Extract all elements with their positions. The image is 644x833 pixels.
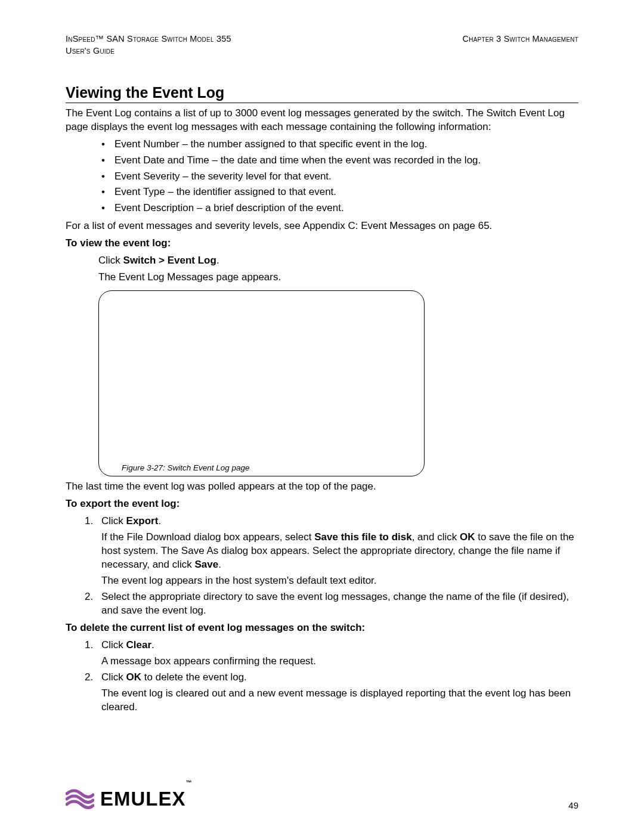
button-ref: Clear [126, 639, 152, 651]
view-step: Click Switch > Event Log. [98, 254, 578, 268]
export-heading: To export the event log: [66, 497, 578, 511]
poll-note: The last time the event log was polled a… [66, 480, 578, 494]
trademark-icon: ™ [186, 779, 192, 786]
view-result: The Event Log Messages page appears. [98, 271, 578, 284]
export-steps: Click Export. If the File Download dialo… [85, 515, 578, 618]
text: to delete the event log. [141, 671, 247, 683]
view-heading: To view the event log: [66, 237, 578, 250]
list-item: Event Type – the identifier assigned to … [101, 185, 578, 200]
field-list: Event Number – the number assigned to th… [101, 137, 578, 215]
delete-heading: To delete the current list of event log … [66, 621, 578, 635]
chapter-name: Chapter 3 Switch Management [463, 33, 578, 57]
list-item: Event Date and Time – the date and time … [101, 153, 578, 168]
menu-path: Switch > Event Log [123, 255, 216, 266]
delete-step-2: Click OK to delete the event log. The ev… [85, 671, 578, 714]
figure-placeholder: Figure 3-27: Switch Event Log page [98, 290, 425, 476]
delete-step-1: Click Clear. A message box appears confi… [85, 639, 578, 668]
step-body: The event log is cleared out and a new e… [101, 687, 578, 714]
text: , and click [412, 531, 460, 543]
header-left: InSpeed™ SAN Storage Switch Model 355 Us… [66, 33, 231, 57]
button-ref: OK [126, 671, 142, 683]
page-header: InSpeed™ SAN Storage Switch Model 355 Us… [66, 33, 578, 57]
emulex-icon [66, 789, 94, 809]
export-step-1: Click Export. If the File Download dialo… [85, 515, 578, 588]
step-body: A message box appears confirming the req… [101, 655, 578, 668]
step-body: If the File Download dialog box appears,… [101, 531, 578, 572]
brand-text: EMULEX™ [100, 788, 192, 810]
delete-steps: Click Clear. A message box appears confi… [85, 639, 578, 714]
page-footer: EMULEX™ 49 [66, 788, 578, 810]
text: Click [101, 671, 126, 683]
text: . [216, 255, 219, 266]
step-body: The event log appears in the host system… [101, 574, 578, 588]
text: . [158, 515, 161, 527]
button-ref: Export [126, 515, 159, 527]
page-number: 49 [568, 800, 578, 810]
brand-logo: EMULEX™ [66, 788, 192, 810]
button-ref: Save [195, 559, 219, 570]
guide-name: User's Guide [66, 46, 114, 55]
list-item: Event Severity – the severity level for … [101, 169, 578, 184]
brand-name: EMULEX [100, 788, 186, 810]
list-item: Event Number – the number assigned to th… [101, 137, 578, 152]
export-step-2: Select the appropriate directory to save… [85, 590, 578, 618]
list-item: Event Description – a brief description … [101, 201, 578, 216]
figure-caption: Figure 3-27: Switch Event Log page [122, 463, 250, 472]
button-ref: OK [460, 531, 475, 543]
text: If the File Download dialog box appears,… [101, 531, 314, 543]
section-title: Viewing the Event Log [66, 84, 578, 103]
text: Click [101, 639, 126, 651]
page-content: InSpeed™ SAN Storage Switch Model 355 Us… [0, 0, 644, 740]
text: . [218, 559, 221, 570]
appendix-ref: For a list of event messages and severit… [66, 219, 578, 233]
text: . [151, 639, 154, 651]
option-ref: Save this file to disk [314, 531, 411, 543]
intro-paragraph: The Event Log contains a list of up to 3… [66, 107, 578, 134]
text: Click [98, 255, 123, 266]
product-name: InSpeed™ SAN Storage Switch Model 355 [66, 34, 231, 44]
text: Click [101, 515, 126, 527]
